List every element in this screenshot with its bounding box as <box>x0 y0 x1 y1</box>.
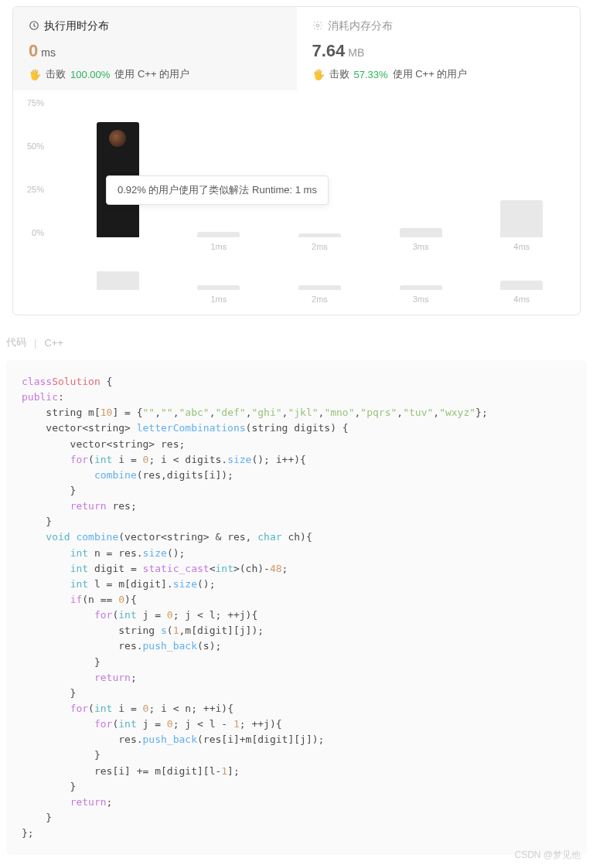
code-label: 代码 <box>6 335 26 349</box>
chart-bar[interactable] <box>277 285 363 290</box>
divider: | <box>34 337 36 349</box>
watermark: CSDN @梦见他 <box>514 849 581 855</box>
chart-bar[interactable] <box>176 285 262 290</box>
chart-tooltip: 0.92% 的用户使用了类似解法 Runtime: 1 ms <box>106 175 329 205</box>
memory-value: 7.64 MB <box>312 41 565 61</box>
runtime-value: 0 ms <box>29 41 281 61</box>
runtime-beat-line: 🖐 击败 100.00% 使用 C++ 的用户 <box>29 67 281 81</box>
memory-title: 消耗内存分布 <box>328 19 393 33</box>
code-lang: C++ <box>44 337 63 349</box>
chart-bar[interactable] <box>479 281 564 290</box>
stats-card: 执行用时分布 0 ms 🖐 击败 100.00% 使用 C++ 的用户 消耗内存… <box>12 6 581 315</box>
runtime-stat-block[interactable]: 执行用时分布 0 ms 🖐 击败 100.00% 使用 C++ 的用户 <box>13 7 297 90</box>
runtime-chart: 75%50%25%0% 0.92% 的用户使用了类似解法 Runtime: 1 … <box>13 90 580 259</box>
clock-icon <box>29 20 39 33</box>
chart-bar[interactable] <box>479 200 564 237</box>
svg-point-1 <box>316 24 319 27</box>
chart-bar[interactable] <box>378 285 464 290</box>
avatar <box>109 130 126 147</box>
chart-bar[interactable] <box>176 232 262 237</box>
secondary-chart: 1ms2ms3ms4ms <box>13 259 580 315</box>
hand-icon: 🖐 <box>312 69 325 80</box>
chart-bar[interactable] <box>277 233 363 237</box>
memory-stat-block[interactable]: 消耗内存分布 7.64 MB 🖐 击败 57.33% 使用 C++ 的用户 <box>297 7 581 90</box>
runtime-title: 执行用时分布 <box>44 19 109 33</box>
hand-icon: 🖐 <box>29 69 41 80</box>
gear-icon <box>312 20 323 33</box>
stats-header: 执行用时分布 0 ms 🖐 击败 100.00% 使用 C++ 的用户 消耗内存… <box>13 7 580 90</box>
chart-bar[interactable] <box>378 228 464 237</box>
memory-beat-line: 🖐 击败 57.33% 使用 C++ 的用户 <box>312 67 565 81</box>
chart-bar[interactable] <box>75 271 161 290</box>
code-block[interactable]: classSolution { public: string m[10] = {… <box>6 360 587 855</box>
code-header: 代码 | C++ <box>0 322 593 360</box>
